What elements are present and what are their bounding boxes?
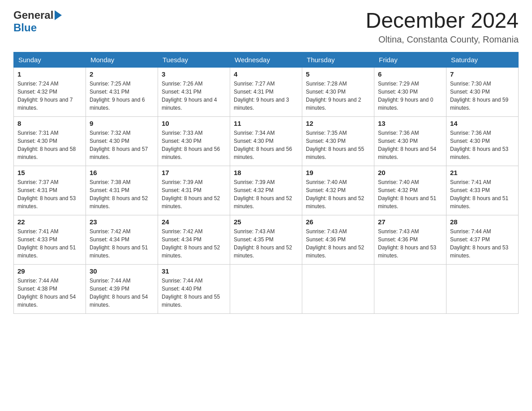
calendar-cell: 20 Sunrise: 7:40 AMSunset: 4:32 PMDaylig… [374, 166, 446, 215]
day-header-tuesday: Tuesday [158, 52, 230, 67]
cell-day-number: 11 [234, 120, 298, 127]
cell-info: Sunrise: 7:44 AMSunset: 4:37 PMDaylight:… [450, 228, 508, 259]
week-row-3: 15 Sunrise: 7:37 AMSunset: 4:31 PMDaylig… [14, 166, 519, 215]
day-header-sunday: Sunday [14, 52, 86, 67]
day-header-friday: Friday [374, 52, 446, 67]
week-row-4: 22 Sunrise: 7:41 AMSunset: 4:33 PMDaylig… [14, 215, 519, 264]
cell-day-number: 27 [378, 218, 442, 226]
calendar-cell: 18 Sunrise: 7:39 AMSunset: 4:32 PMDaylig… [230, 166, 302, 215]
cell-info: Sunrise: 7:42 AMSunset: 4:34 PMDaylight:… [90, 228, 148, 259]
cell-day-number: 29 [17, 267, 82, 275]
cell-info: Sunrise: 7:43 AMSunset: 4:35 PMDaylight:… [234, 228, 292, 259]
calendar-cell: 10 Sunrise: 7:33 AMSunset: 4:30 PMDaylig… [158, 116, 230, 166]
cell-info: Sunrise: 7:25 AMSunset: 4:31 PMDaylight:… [90, 81, 145, 111]
cell-info: Sunrise: 7:39 AMSunset: 4:32 PMDaylight:… [234, 179, 292, 210]
cell-day-number: 12 [306, 120, 370, 127]
cell-info: Sunrise: 7:30 AMSunset: 4:30 PMDaylight:… [450, 81, 508, 111]
calendar-cell: 8 Sunrise: 7:31 AMSunset: 4:30 PMDayligh… [14, 116, 86, 166]
calendar-cell: 21 Sunrise: 7:41 AMSunset: 4:33 PMDaylig… [446, 166, 519, 215]
cell-day-number: 2 [90, 70, 154, 78]
days-header-row: SundayMondayTuesdayWednesdayThursdayFrid… [14, 52, 519, 67]
cell-day-number: 30 [90, 267, 154, 275]
calendar-cell: 3 Sunrise: 7:26 AMSunset: 4:31 PMDayligh… [158, 67, 230, 116]
cell-day-number: 5 [306, 70, 370, 78]
cell-info: Sunrise: 7:43 AMSunset: 4:36 PMDaylight:… [378, 228, 436, 259]
calendar-cell: 15 Sunrise: 7:37 AMSunset: 4:31 PMDaylig… [14, 166, 86, 215]
calendar-cell: 1 Sunrise: 7:24 AMSunset: 4:32 PMDayligh… [14, 67, 86, 116]
cell-day-number: 16 [90, 169, 154, 176]
calendar-cell: 23 Sunrise: 7:42 AMSunset: 4:34 PMDaylig… [86, 215, 158, 264]
logo-arrow-icon [55, 10, 62, 20]
calendar-cell: 14 Sunrise: 7:36 AMSunset: 4:30 PMDaylig… [446, 116, 519, 166]
cell-day-number: 13 [378, 120, 442, 127]
cell-day-number: 14 [450, 120, 515, 127]
calendar-cell: 9 Sunrise: 7:32 AMSunset: 4:30 PMDayligh… [86, 116, 158, 166]
calendar-cell: 4 Sunrise: 7:27 AMSunset: 4:31 PMDayligh… [230, 67, 302, 116]
calendar-cell: 19 Sunrise: 7:40 AMSunset: 4:32 PMDaylig… [302, 166, 374, 215]
calendar-cell: 7 Sunrise: 7:30 AMSunset: 4:30 PMDayligh… [446, 67, 519, 116]
cell-info: Sunrise: 7:36 AMSunset: 4:30 PMDaylight:… [378, 130, 436, 160]
calendar-cell: 30 Sunrise: 7:44 AMSunset: 4:39 PMDaylig… [86, 264, 158, 313]
cell-day-number: 6 [378, 70, 442, 78]
cell-day-number: 3 [162, 70, 226, 78]
logo: General Blue [13, 9, 62, 34]
calendar-cell: 17 Sunrise: 7:39 AMSunset: 4:31 PMDaylig… [158, 166, 230, 215]
day-header-thursday: Thursday [302, 52, 374, 67]
cell-day-number: 15 [17, 169, 82, 176]
cell-info: Sunrise: 7:42 AMSunset: 4:34 PMDaylight:… [162, 228, 220, 259]
cell-day-number: 23 [90, 218, 154, 226]
calendar-cell: 27 Sunrise: 7:43 AMSunset: 4:36 PMDaylig… [374, 215, 446, 264]
calendar-subtitle: Oltina, Constanta County, Romania [365, 34, 519, 45]
cell-day-number: 17 [162, 169, 226, 176]
calendar-table: SundayMondayTuesdayWednesdayThursdayFrid… [13, 52, 519, 314]
cell-day-number: 20 [378, 169, 442, 176]
calendar-cell: 12 Sunrise: 7:35 AMSunset: 4:30 PMDaylig… [302, 116, 374, 166]
cell-day-number: 25 [234, 218, 298, 226]
cell-day-number: 24 [162, 218, 226, 226]
day-header-wednesday: Wednesday [230, 52, 302, 67]
cell-info: Sunrise: 7:27 AMSunset: 4:31 PMDaylight:… [234, 81, 289, 111]
cell-info: Sunrise: 7:32 AMSunset: 4:30 PMDaylight:… [90, 130, 148, 160]
cell-info: Sunrise: 7:26 AMSunset: 4:31 PMDaylight:… [162, 81, 217, 111]
calendar-cell: 6 Sunrise: 7:29 AMSunset: 4:30 PMDayligh… [374, 67, 446, 116]
calendar-cell: 25 Sunrise: 7:43 AMSunset: 4:35 PMDaylig… [230, 215, 302, 264]
calendar-cell [230, 264, 302, 313]
calendar-cell: 26 Sunrise: 7:43 AMSunset: 4:36 PMDaylig… [302, 215, 374, 264]
cell-info: Sunrise: 7:39 AMSunset: 4:31 PMDaylight:… [162, 179, 220, 210]
cell-info: Sunrise: 7:41 AMSunset: 4:33 PMDaylight:… [450, 179, 508, 210]
week-row-1: 1 Sunrise: 7:24 AMSunset: 4:32 PMDayligh… [14, 67, 519, 116]
cell-info: Sunrise: 7:24 AMSunset: 4:32 PMDaylight:… [17, 81, 73, 111]
calendar-cell: 22 Sunrise: 7:41 AMSunset: 4:33 PMDaylig… [14, 215, 86, 264]
logo-blue: Blue [13, 21, 37, 34]
calendar-cell [446, 264, 519, 313]
day-header-monday: Monday [86, 52, 158, 67]
logo-general: General [13, 9, 62, 21]
calendar-cell: 11 Sunrise: 7:34 AMSunset: 4:30 PMDaylig… [230, 116, 302, 166]
calendar-title: December 2024 [365, 9, 519, 33]
calendar-cell [302, 264, 374, 313]
calendar-cell: 13 Sunrise: 7:36 AMSunset: 4:30 PMDaylig… [374, 116, 446, 166]
cell-info: Sunrise: 7:43 AMSunset: 4:36 PMDaylight:… [306, 228, 364, 259]
cell-info: Sunrise: 7:36 AMSunset: 4:30 PMDaylight:… [450, 130, 508, 160]
calendar-cell: 2 Sunrise: 7:25 AMSunset: 4:31 PMDayligh… [86, 67, 158, 116]
logo-general-text: General [13, 9, 53, 21]
cell-day-number: 10 [162, 120, 226, 127]
cell-info: Sunrise: 7:44 AMSunset: 4:39 PMDaylight:… [90, 278, 148, 308]
cell-info: Sunrise: 7:33 AMSunset: 4:30 PMDaylight:… [162, 130, 220, 160]
calendar-cell: 28 Sunrise: 7:44 AMSunset: 4:37 PMDaylig… [446, 215, 519, 264]
cell-info: Sunrise: 7:35 AMSunset: 4:30 PMDaylight:… [306, 130, 364, 160]
day-header-saturday: Saturday [446, 52, 519, 67]
cell-day-number: 7 [450, 70, 515, 78]
cell-info: Sunrise: 7:31 AMSunset: 4:30 PMDaylight:… [17, 130, 76, 160]
cell-day-number: 31 [162, 267, 226, 275]
calendar-cell: 31 Sunrise: 7:44 AMSunset: 4:40 PMDaylig… [158, 264, 230, 313]
cell-info: Sunrise: 7:41 AMSunset: 4:33 PMDaylight:… [17, 228, 76, 259]
cell-day-number: 26 [306, 218, 370, 226]
cell-info: Sunrise: 7:37 AMSunset: 4:31 PMDaylight:… [17, 179, 76, 210]
cell-info: Sunrise: 7:40 AMSunset: 4:32 PMDaylight:… [306, 179, 364, 210]
calendar-cell: 29 Sunrise: 7:44 AMSunset: 4:38 PMDaylig… [14, 264, 86, 313]
week-row-2: 8 Sunrise: 7:31 AMSunset: 4:30 PMDayligh… [14, 116, 519, 166]
cell-day-number: 28 [450, 218, 515, 226]
cell-info: Sunrise: 7:28 AMSunset: 4:30 PMDaylight:… [306, 81, 361, 111]
cell-info: Sunrise: 7:29 AMSunset: 4:30 PMDaylight:… [378, 81, 433, 111]
